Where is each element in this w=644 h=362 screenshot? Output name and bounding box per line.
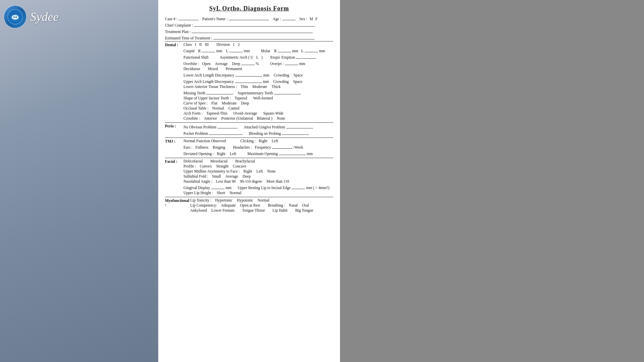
sublabial-average: Average <box>225 174 238 178</box>
cuspid-label: Cuspid <box>183 49 195 53</box>
nasol-more110: More than 110 <box>266 179 289 183</box>
facial-label: Facial : <box>165 159 183 163</box>
midline-right: Right <box>243 169 252 173</box>
patient-field[interactable] <box>229 16 269 20</box>
occlusal-canted: Canted <box>229 106 240 110</box>
tmj-row3: Deviated Opening : Right Left Maximum Op… <box>183 150 333 156</box>
lower-arch-field[interactable] <box>235 72 262 77</box>
myofunctional-label: Myofunctional : <box>165 198 190 207</box>
max-opening-mm: mm <box>307 152 313 156</box>
curve-flat: Flat <box>211 101 217 105</box>
midline-row: Upper Midline Asymmetry to Face : Right … <box>183 169 333 173</box>
ankylosed-label: Ankylosed <box>190 208 207 212</box>
dental-label: Dental : <box>165 42 183 47</box>
nasol-90-110: 90-110 degree <box>240 179 262 183</box>
functional-shift-label: Functional Shift <box>183 55 208 59</box>
upper-resting-field[interactable] <box>292 184 305 189</box>
chief-label: Chief Complaint : <box>165 23 193 27</box>
dev-left: Left <box>230 152 236 156</box>
curve-label: Curve of Spee : <box>183 101 208 105</box>
gingival-field[interactable] <box>211 184 225 189</box>
mesofacial: Mesofacial <box>210 159 228 163</box>
tissue-thin: Thin <box>241 85 248 89</box>
frequency-field[interactable] <box>272 144 292 149</box>
upper-space: Space <box>293 80 302 84</box>
bleeding-field[interactable] <box>282 130 309 135</box>
overbite-field[interactable] <box>241 60 255 65</box>
tissue-thick: Thick <box>272 85 281 89</box>
dental-class-row: Class I II III Division 1 2 <box>183 42 333 47</box>
max-opening-field[interactable] <box>279 150 306 155</box>
supernumerary-field[interactable] <box>274 90 301 94</box>
cuspid-l-field[interactable] <box>229 48 243 52</box>
lip-tonicity-label: Lip Tonicity : <box>190 198 211 202</box>
cuspid-r-field[interactable] <box>202 48 215 52</box>
attached-label: Attached Gingiva Problem <box>244 125 285 129</box>
profile-concave: Concave <box>233 164 246 168</box>
midline-label: Upper Midline Asymmetry to Face : <box>183 169 240 173</box>
profile-straight: Straight <box>216 164 228 168</box>
mm1: mm <box>216 49 222 53</box>
lip-habit-label: Lip Habit <box>273 208 287 212</box>
perio-content: No Obvious Problem Attached Gingiva Prob… <box>183 124 333 137</box>
sublabial-label: Sublabial Fold : <box>183 174 208 178</box>
missing-teeth-field[interactable] <box>206 90 233 94</box>
frequency-label: Frequency <box>255 145 271 149</box>
permanent: Permanent <box>226 67 242 71</box>
treatment-plan-row: Treatment Plan : <box>165 28 333 34</box>
mixed: Mixed <box>208 67 218 71</box>
gingival-label: Gingival Display <box>183 186 210 190</box>
gingival-mm: mm <box>226 186 232 190</box>
age-field[interactable] <box>282 16 296 20</box>
treatment-label: Treatment Plan : <box>165 30 191 34</box>
patient-label: Patient's Name : <box>202 17 228 21</box>
ankylosed-row: Ankylosed Lower Frenum Tongue Thrust Lip… <box>190 208 333 212</box>
shape-row: Shape of Upper Incisor Teeth : Tapered W… <box>183 96 333 100</box>
clicking-left: Left <box>272 139 278 143</box>
dental-content: Class I II III Division 1 2 Cuspid R mm … <box>183 42 333 121</box>
br-oral: Oral <box>302 203 309 207</box>
chief-field[interactable] <box>194 22 315 27</box>
profile-convex: Convex <box>200 164 212 168</box>
lower-space: Space <box>294 73 303 77</box>
attached-field[interactable] <box>286 124 313 128</box>
lt-hypotonic: Hypotonic <box>237 198 253 202</box>
etopic-field[interactable] <box>296 54 316 59</box>
header-row-1: Case # : Patient's Name : Age : Sex : M … <box>165 16 333 21</box>
myofunctional-content: Lip Tonicity : Hypertonic Hypotonic Norm… <box>190 198 333 213</box>
arch-form-label: Arch Form : <box>183 111 203 115</box>
mm2: mm <box>244 49 250 53</box>
overbite-average: Average <box>215 62 228 66</box>
curve-deep: Deep <box>241 101 249 105</box>
sex-label: Sex : <box>299 17 307 21</box>
mm4: mm <box>319 49 325 53</box>
estimated-field[interactable] <box>213 35 314 39</box>
class-label: Class <box>183 42 192 47</box>
overjet-field[interactable] <box>285 60 298 65</box>
gingival-row: Gingival Display mm Upper Resting Lip to… <box>183 184 333 190</box>
molar-l-field[interactable] <box>305 48 318 52</box>
headaches-label: Headaches : <box>233 145 252 149</box>
case-field[interactable] <box>178 16 199 20</box>
dolicofacial: Dolicofacial <box>183 159 203 163</box>
overjet-mm: mm <box>299 62 305 66</box>
tissue-label: Lower Anterior Tissue Thickness : <box>183 85 237 89</box>
no-obvious-field[interactable] <box>217 124 238 128</box>
div-2: 2 <box>238 42 240 47</box>
chief-complaint-row: Chief Complaint : <box>165 22 333 27</box>
breathing-label: Breathing : <box>268 203 285 207</box>
upper-arch-field[interactable] <box>235 78 262 83</box>
molar-l: L <box>301 49 304 53</box>
max-opening-label: Maximum Opening <box>247 152 278 156</box>
age-label: Age : <box>273 17 281 21</box>
tmj-label: TMJ : <box>165 139 183 143</box>
tissue-moderate: Moderate <box>252 85 267 89</box>
treatment-field[interactable] <box>192 28 313 33</box>
division-label: Division <box>216 42 230 47</box>
lip-short: Short <box>217 191 225 195</box>
profile-label: Profile : <box>183 164 196 168</box>
molar-r-field[interactable] <box>278 48 291 52</box>
brand-name: Sydee <box>30 10 59 24</box>
curve-moderate: Moderate <box>222 101 237 105</box>
pocket-field[interactable] <box>209 130 243 135</box>
